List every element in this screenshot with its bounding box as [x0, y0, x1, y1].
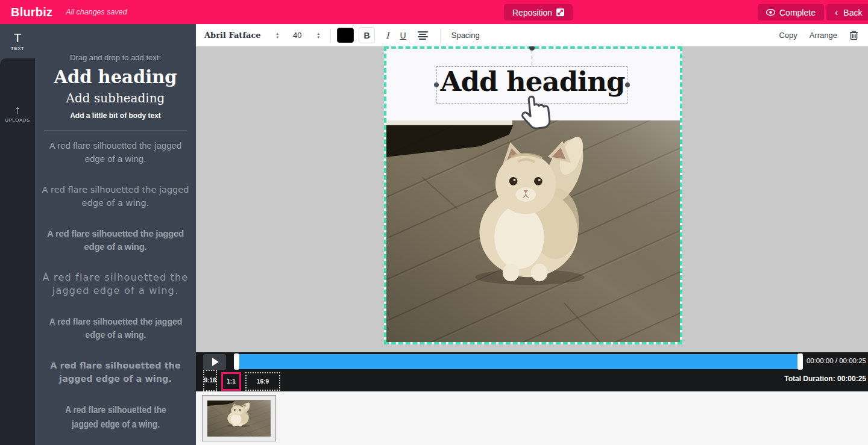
save-status: All changes saved — [66, 8, 127, 16]
canvas-heading-text[interactable]: Add heading — [437, 66, 628, 98]
font-size-input[interactable]: 40 — [293, 31, 301, 40]
eye-icon — [766, 9, 775, 16]
trim-handle-end[interactable] — [797, 353, 803, 370]
ratio-button-16-9[interactable]: 16:9 — [245, 372, 280, 391]
add-heading-item[interactable]: Add heading — [35, 67, 196, 87]
trash-icon[interactable] — [849, 30, 858, 40]
rail-text-label: TEXT — [11, 46, 24, 51]
complete-label: Complete — [779, 8, 816, 17]
toolbar-divider — [330, 28, 331, 43]
resize-handle-right[interactable] — [625, 82, 630, 87]
video-clip-thumbnail[interactable] — [202, 395, 276, 441]
text-style-sample[interactable]: A red flare silhouetted the jagged edge … — [47, 315, 184, 341]
add-subheading-item[interactable]: Add subheading — [35, 91, 196, 105]
add-body-text-item[interactable]: Add a little bit of body text — [35, 111, 196, 120]
ratio-button-9-16[interactable]: 9:16 — [203, 370, 217, 391]
reposition-button[interactable]: Reposition — [504, 4, 573, 20]
ratio-button-1-1[interactable]: 1:1 — [221, 372, 241, 391]
text-style-samples: A red flare silhouetted the jagged edge … — [35, 131, 196, 445]
arrange-button[interactable]: Arrange — [810, 31, 837, 40]
font-size-stepper[interactable]: ▴ ▾ — [318, 32, 320, 39]
text-icon: T — [14, 32, 21, 44]
stepper-down-icon: ▾ — [277, 36, 279, 39]
toolbar-divider — [440, 28, 441, 43]
font-family-stepper[interactable]: ▴ ▾ — [277, 32, 279, 39]
text-style-sample[interactable]: A red flare silhouetted the jagged edge … — [42, 183, 189, 210]
hand-cursor-icon — [518, 93, 556, 134]
app-root: Blurbiz All changes saved Reposition Com… — [0, 0, 868, 445]
text-align-button[interactable] — [418, 31, 428, 40]
play-icon — [212, 358, 219, 366]
video-frame[interactable] — [386, 120, 680, 342]
text-styles-sidebar: Drag and drop to add text: Add heading A… — [35, 24, 196, 445]
text-color-swatch[interactable] — [337, 28, 354, 43]
rail-tab-uploads[interactable]: ↑ UPLOADS — [0, 96, 35, 130]
text-style-sample[interactable]: A red flare silhouetted the jagged edge … — [42, 359, 189, 385]
rail-uploads-label: UPLOADS — [5, 117, 30, 123]
total-duration-label: Total Duration: 00:00:25 — [784, 375, 866, 383]
spacing-button[interactable]: Spacing — [451, 31, 480, 40]
bold-button[interactable]: B — [359, 27, 375, 43]
text-style-sample[interactable]: A red flare silhouetted the jagged edge … — [42, 139, 189, 166]
play-button[interactable] — [203, 354, 226, 370]
progress-bar[interactable] — [234, 354, 803, 369]
top-bar: Blurbiz All changes saved Reposition Com… — [0, 0, 868, 24]
time-display: 00:00:00 / 00:00:25 — [807, 357, 866, 364]
stepper-down-icon: ▾ — [318, 36, 320, 39]
copy-button[interactable]: Copy — [779, 31, 797, 40]
italic-button[interactable]: I — [386, 31, 389, 40]
reposition-icon — [556, 8, 564, 16]
upload-arrow-icon: ↑ — [14, 104, 20, 116]
text-style-sample[interactable]: A red flare silhouetted the jagged edge … — [53, 402, 178, 431]
back-label: Back — [843, 8, 862, 17]
timeline: 00:00:00 / 00:00:25 9:16 1:1 16:9 Total … — [196, 352, 868, 391]
rail-background: ↑ UPLOADS — [0, 58, 35, 445]
reposition-label: Reposition — [512, 8, 552, 17]
sidebar-hint: Drag and drop to add text: — [35, 53, 196, 62]
chevron-left-icon: ‹ — [835, 8, 838, 17]
app-logo[interactable]: Blurbiz — [11, 5, 52, 19]
left-rail: T TEXT ↑ UPLOADS — [0, 24, 35, 445]
text-format-toolbar: Abril Fatface ▴ ▾ 40 ▴ ▾ B I U Spacing C… — [196, 24, 868, 46]
text-style-sample[interactable]: A red flare silhouetted the jagged edge … — [42, 271, 189, 297]
rotate-handle-line — [532, 50, 532, 66]
resize-handle-left[interactable] — [434, 82, 439, 87]
complete-button[interactable]: Complete — [758, 4, 824, 20]
canvas-area: Add heading — [196, 46, 868, 352]
text-style-sample[interactable]: A red flare silhouetted the jagged edge … — [42, 227, 189, 254]
font-family-select[interactable]: Abril Fatface — [204, 31, 261, 40]
rail-tab-text[interactable]: T TEXT — [0, 24, 35, 58]
video-canvas[interactable]: Add heading — [384, 46, 682, 344]
trim-handle-start[interactable] — [234, 353, 239, 370]
aspect-ratio-buttons: 9:16 1:1 16:9 — [203, 372, 280, 391]
clip-strip — [196, 391, 868, 445]
underline-button[interactable]: U — [400, 31, 406, 40]
back-button[interactable]: ‹ Back — [826, 4, 868, 20]
